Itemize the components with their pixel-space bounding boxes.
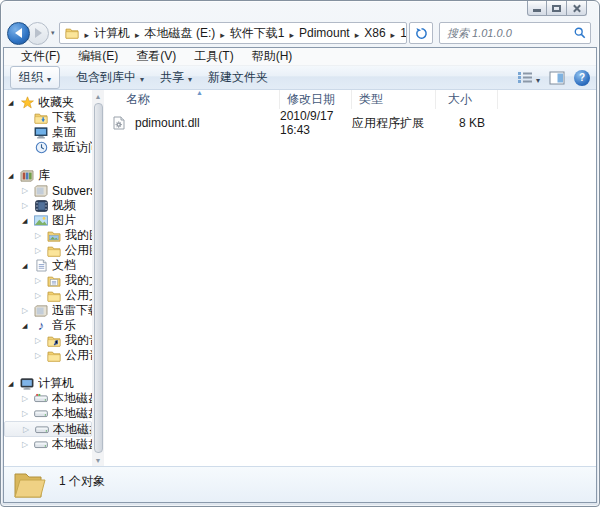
sidebar-item-my-pictures[interactable]: 我的图片: [4, 228, 92, 243]
expander-icon[interactable]: [35, 336, 46, 345]
share-button[interactable]: 共享: [152, 67, 200, 88]
sidebar-item-recent-places[interactable]: 最近访问的位置: [4, 140, 92, 155]
sidebar-item-public-documents[interactable]: 公用文档: [4, 288, 92, 303]
back-arrow-icon: [10, 28, 22, 38]
expander-icon[interactable]: [35, 246, 46, 255]
change-view-button[interactable]: [517, 69, 540, 87]
public-documents-folder-icon: [46, 290, 62, 302]
breadcrumb-pdimount[interactable]: Pdimount: [296, 25, 353, 41]
list-view-icon: [517, 71, 533, 84]
folder-preview-icon: [12, 470, 46, 502]
window-controls: [527, 1, 587, 16]
expander-icon[interactable]: [22, 217, 33, 225]
sidebar-item-drive-f[interactable]: 本地磁盘 (F:): [4, 437, 92, 452]
sidebar-item-my-documents[interactable]: 我的文档: [4, 273, 92, 288]
expander-icon[interactable]: [35, 291, 46, 300]
sidebar-item-computer[interactable]: 计算机: [4, 376, 92, 391]
include-in-library-button[interactable]: 包含到库中: [68, 67, 152, 88]
sidebar-item-label: 本地磁盘 (E:): [53, 421, 91, 438]
breadcrumb-x86[interactable]: X86: [361, 25, 388, 41]
file-row[interactable]: pdimount.dll 2010/9/17 16:43 应用程序扩展 8 KB: [104, 114, 596, 132]
menu-view[interactable]: 查看(V): [127, 48, 185, 65]
preview-pane-button[interactable]: [549, 71, 565, 85]
expander-icon[interactable]: [35, 231, 46, 240]
sidebar-item-desktop[interactable]: 桌面: [4, 125, 92, 140]
scroll-down-icon[interactable]: ▼: [95, 454, 102, 466]
expander-icon[interactable]: [8, 99, 19, 107]
new-folder-button[interactable]: 新建文件夹: [200, 67, 276, 88]
drive-icon: [33, 408, 49, 419]
expander-icon[interactable]: [22, 306, 33, 315]
sidebar-item-pictures[interactable]: 图片: [4, 213, 92, 228]
file-list-pane: ▲ 名称 修改日期 类型 大小 pdimount.dll 2010/9/17 1…: [104, 90, 596, 466]
breadcrumb-software-downloads[interactable]: 软件下载1: [227, 24, 288, 43]
organize-button[interactable]: 组织: [10, 66, 60, 89]
expander-icon[interactable]: [35, 351, 46, 360]
refresh-button[interactable]: [409, 22, 433, 44]
sidebar-item-documents[interactable]: 文档: [4, 258, 92, 273]
sidebar-item-label: 本地磁盘 (D:): [52, 405, 92, 422]
sidebar-item-label: 本地磁盘 (F:): [52, 436, 92, 453]
expander-icon[interactable]: [22, 322, 33, 330]
help-button[interactable]: ?: [574, 70, 590, 86]
search-input[interactable]: [447, 27, 574, 39]
sidebar-item-music[interactable]: ♪ 音乐: [4, 318, 92, 333]
expander-icon[interactable]: [22, 409, 33, 418]
menu-help[interactable]: 帮助(H): [243, 48, 302, 65]
close-button[interactable]: [567, 1, 587, 16]
expander-icon[interactable]: [22, 440, 33, 449]
column-headers: 名称 修改日期 类型 大小: [104, 90, 596, 109]
include-in-library-label: 包含到库中: [76, 69, 136, 86]
sidebar-item-drive-e[interactable]: 本地磁盘 (E:): [4, 421, 92, 437]
search-icon[interactable]: [574, 27, 586, 39]
scrollbar-thumb[interactable]: [94, 103, 103, 453]
sidebar-item-public-pictures[interactable]: 公用图片: [4, 243, 92, 258]
column-header-size[interactable]: 大小: [436, 90, 498, 109]
sidebar-item-downloads[interactable]: 下载: [4, 110, 92, 125]
address-bar[interactable]: 计算机 本地磁盘 (E:) 软件下载1 Pdimount X86 1.01.0.…: [59, 22, 407, 44]
maximize-button[interactable]: [547, 1, 567, 16]
menu-file[interactable]: 文件(F): [12, 48, 69, 65]
chevron-down-icon: [536, 69, 540, 87]
sidebar-item-libraries[interactable]: 库: [4, 168, 92, 183]
recent-pages-dropdown[interactable]: ▾: [51, 29, 55, 37]
sidebar-item-drive-d[interactable]: 本地磁盘 (D:): [4, 406, 92, 421]
sidebar-item-videos[interactable]: 视频: [4, 198, 92, 213]
navigation-pane: 收藏夹 下载 桌面 最近访问的位置: [4, 90, 92, 466]
expander-icon[interactable]: [23, 425, 34, 434]
column-header-name[interactable]: 名称: [104, 90, 280, 109]
recent-places-icon: [33, 141, 49, 154]
expander-icon[interactable]: [22, 394, 33, 403]
sidebar-item-my-music[interactable]: 我的音乐: [4, 333, 92, 348]
sidebar-scrollbar[interactable]: ▲ ▼: [92, 90, 104, 466]
column-header-date[interactable]: 修改日期: [280, 90, 352, 109]
videos-library-icon: [33, 200, 49, 212]
minimize-button[interactable]: [527, 1, 547, 16]
menu-edit[interactable]: 编辑(E): [69, 48, 127, 65]
expander-icon[interactable]: [8, 380, 19, 388]
expander-icon[interactable]: [22, 186, 33, 195]
sidebar-item-drive-c[interactable]: 本地磁盘 (C:): [4, 391, 92, 406]
breadcrumb-computer[interactable]: 计算机: [91, 24, 133, 43]
system-drive-icon: [33, 393, 49, 404]
breadcrumb-drive-e[interactable]: 本地磁盘 (E:): [142, 24, 219, 43]
sidebar-item-thunder-downloads[interactable]: 迅雷下载: [4, 303, 92, 318]
breadcrumb-version[interactable]: 1.01.0.0: [397, 25, 407, 41]
expander-icon[interactable]: [8, 172, 19, 180]
back-button[interactable]: [7, 22, 30, 45]
sidebar-item-subversion[interactable]: Subversion: [4, 183, 92, 198]
music-library-icon: ♪: [33, 319, 49, 332]
expander-icon[interactable]: [35, 276, 46, 285]
column-header-type[interactable]: 类型: [352, 90, 436, 109]
expander-icon[interactable]: [22, 262, 33, 270]
title-bar[interactable]: [1, 1, 599, 21]
sidebar-item-favorites[interactable]: 收藏夹: [4, 95, 92, 110]
sidebar-item-label: 公用音乐: [65, 347, 92, 364]
breadcrumb-separator-icon: [83, 24, 92, 42]
drive-icon: [34, 424, 50, 435]
file-date: 2010/9/17 16:43: [280, 109, 352, 137]
expander-icon[interactable]: [22, 201, 33, 210]
menu-tools[interactable]: 工具(T): [185, 48, 242, 65]
scroll-up-icon[interactable]: ▲: [95, 90, 102, 102]
sidebar-item-public-music[interactable]: 公用音乐: [4, 348, 92, 363]
